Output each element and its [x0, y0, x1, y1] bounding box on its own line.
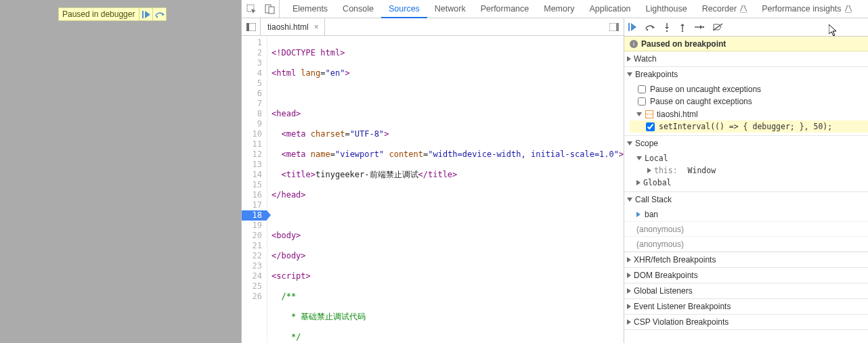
callstack-frame-2[interactable]: (anonymous) [624, 237, 868, 252]
deactivate-breakpoints-icon[interactable] [713, 23, 722, 31]
svg-rect-8 [616, 23, 619, 31]
tab-console[interactable]: Console [335, 0, 381, 18]
svg-point-14 [682, 30, 684, 31]
device-toolbar-icon[interactable] [261, 0, 280, 18]
paused-banner: i Paused on breakpoint [624, 37, 868, 51]
navigator-toggle-icon[interactable] [242, 18, 261, 35]
svg-point-10 [647, 29, 649, 31]
section-scope[interactable]: Scope [624, 136, 868, 151]
svg-rect-4 [269, 7, 274, 14]
resume-button[interactable] [139, 8, 152, 20]
svg-point-16 [703, 26, 704, 28]
section-event-listener[interactable]: Event Listener Breakpoints [624, 299, 868, 314]
code-lines[interactable]: <!DOCTYPE html> <html lang="en"> <head> … [267, 36, 624, 343]
callstack-frame-0[interactable]: ban [624, 207, 868, 222]
step-over-button-overlay[interactable] [152, 8, 166, 20]
callstack-frame-1[interactable]: (anonymous) [624, 222, 868, 237]
resume-script-icon[interactable] [628, 23, 636, 31]
section-watch[interactable]: Watch [624, 51, 868, 66]
tab-recorder[interactable]: Recorder [695, 0, 754, 18]
tab-application[interactable]: Application [582, 0, 638, 18]
tab-memory[interactable]: Memory [536, 0, 582, 18]
rendered-page-pane: Paused in debugger [0, 0, 241, 343]
devtools-main: tiaoshi.html × 1234567891011121314151617… [242, 18, 868, 343]
more-editor-options-icon[interactable] [605, 18, 624, 35]
tab-sources[interactable]: Sources [381, 0, 427, 18]
debugger-toolbar [624, 18, 868, 37]
close-icon[interactable]: × [314, 22, 319, 32]
bp-file-row[interactable]: <>tiaoshi.html [630, 108, 868, 120]
svg-rect-9 [628, 23, 630, 31]
file-tab-tiaoshi[interactable]: tiaoshi.html × [261, 18, 325, 35]
svg-rect-6 [246, 23, 249, 31]
tab-performance-insights[interactable]: Performance insights [754, 0, 859, 18]
debugger-side-panel: i Paused on breakpoint Watch Breakpoints… [624, 18, 868, 343]
devtools-panel: Elements Console Sources Network Perform… [241, 0, 868, 343]
step-out-icon[interactable] [679, 23, 686, 32]
section-dom[interactable]: DOM Breakpoints [624, 268, 868, 283]
step-over-icon[interactable] [645, 23, 655, 31]
tab-network[interactable]: Network [427, 0, 473, 18]
info-icon: i [630, 40, 638, 48]
step-icon[interactable] [695, 24, 704, 30]
pause-uncaught-checkbox[interactable]: Pause on uncaught exceptions [630, 83, 868, 95]
flask-icon [740, 5, 747, 13]
tab-performance[interactable]: Performance [473, 0, 537, 18]
tab-lighthouse[interactable]: Lighthouse [638, 0, 695, 18]
pause-caught-checkbox[interactable]: Pause on caught exceptions [630, 95, 868, 108]
code-editor[interactable]: 1234567891011121314151617181920212223242… [242, 36, 624, 343]
devtools-tabbar: Elements Console Sources Network Perform… [242, 0, 868, 18]
flask-icon [845, 5, 852, 13]
html-file-icon: <> [645, 110, 653, 118]
section-xhr[interactable]: XHR/fetch Breakpoints [624, 252, 868, 267]
scope-this[interactable]: this: Window [624, 164, 868, 177]
paused-in-debugger-overlay: Paused in debugger [58, 7, 167, 21]
scope-local[interactable]: Local [624, 152, 868, 164]
bp-line-checkbox[interactable] [646, 122, 655, 131]
section-callstack[interactable]: Call Stack [624, 192, 868, 207]
paused-banner-text: Paused on breakpoint [641, 39, 726, 49]
scope-global[interactable]: Global [624, 177, 868, 189]
section-csp[interactable]: CSP Violation Breakpoints [624, 315, 868, 329]
svg-point-12 [666, 30, 668, 31]
bp-line-row[interactable]: setInterval(() => { debugger; }, 50); [630, 120, 868, 133]
section-breakpoints[interactable]: Breakpoints [624, 67, 868, 82]
pause-message: Paused in debugger [59, 9, 139, 19]
file-tab-label: tiaoshi.html [267, 22, 309, 32]
svg-rect-0 [142, 11, 144, 18]
sources-editor-panel: tiaoshi.html × 1234567891011121314151617… [242, 18, 624, 343]
file-tabbar: tiaoshi.html × [242, 18, 624, 36]
section-global-listeners[interactable]: Global Listeners [624, 283, 868, 298]
tab-elements[interactable]: Elements [285, 0, 335, 18]
line-gutter[interactable]: 1234567891011121314151617181920212223242… [242, 36, 267, 343]
svg-point-1 [156, 16, 158, 18]
step-into-icon[interactable] [664, 23, 670, 32]
inspect-element-icon[interactable] [242, 0, 261, 18]
